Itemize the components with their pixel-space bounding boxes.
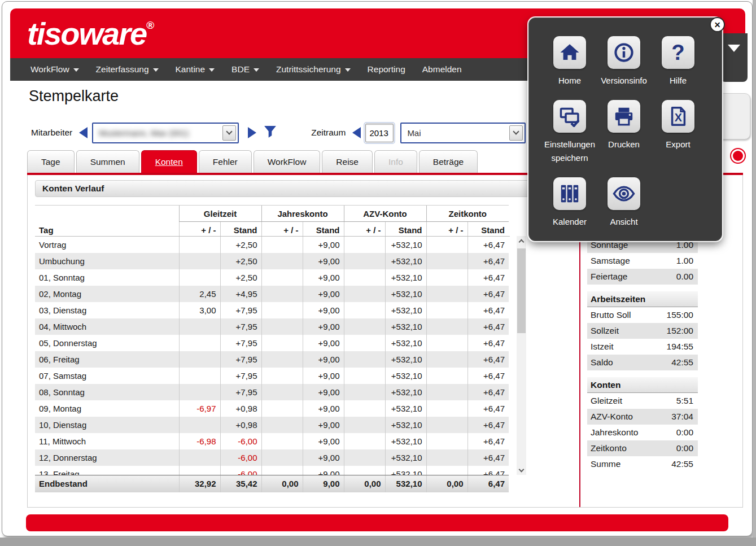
employee-select[interactable]: Mustermann, Max (001) [92,123,239,143]
nav-item-abmelden[interactable]: Abmelden [422,64,462,75]
value-cell [344,449,385,466]
value-cell [344,286,385,302]
nav-item-bde[interactable]: BDE [231,64,259,75]
month-select[interactable]: Mai [400,123,526,143]
tab-summen[interactable]: Summen [76,150,139,173]
year-input[interactable] [365,124,394,142]
scrollbar-thumb[interactable] [517,248,526,333]
value-cell [179,335,220,351]
value-cell [344,433,385,449]
popup-item-kalender[interactable]: Kalender [543,177,597,229]
section-title: Konten Verlauf [35,180,573,197]
value-cell: +6,47 [467,237,509,253]
table-footer-label: Endbestand [35,475,179,492]
day-cell: 05, Donnerstag [35,335,179,351]
scroll-up-button[interactable] [517,236,526,246]
day-cell: 01, Sonntag [35,269,179,286]
value-cell [261,237,303,253]
value-cell: +6,47 [467,351,509,368]
value-cell [179,269,220,286]
sidebar-row-summe: Summe42:55 [587,456,698,472]
popup-item-einstellungen-speichern[interactable]: Einstellungen speichern [543,100,597,165]
table-row: 07, Samstag+7,95+9,00+532,10+6,47 [35,368,509,384]
tab-workflow[interactable]: WorkFlow [254,150,321,173]
value-cell [426,433,467,449]
calendar-icon [553,177,586,210]
table-row: 03, Dienstag3,00+7,95+9,00+532,10+6,47 [35,302,509,318]
tab-konten[interactable]: Konten [141,150,197,173]
nav-item-label: Abmelden [422,64,462,75]
close-button[interactable]: ✕ [710,17,725,32]
footer-value-cell: 0,00 [261,475,303,492]
value-cell: +6,47 [467,269,509,286]
popup-item-home[interactable]: Home [543,36,597,88]
sidebar-row-label: Jahreskonto [591,427,638,438]
footer-bar [26,514,728,531]
value-cell: +6,47 [467,449,509,466]
value-cell: -6,97 [179,400,220,417]
month-select-dropdown-button[interactable] [509,125,523,141]
popup-row: HomeVersionsinfo?Hilfe [543,36,722,88]
sidebar-row-value: 42:55 [671,357,693,368]
popup-item-drucken[interactable]: Drucken [597,100,651,165]
value-cell [179,237,220,253]
value-cell [426,466,467,475]
record-dot [733,151,743,161]
nav-item-workflow[interactable]: WorkFlow [30,64,79,75]
value-cell: +532,10 [385,269,426,286]
value-cell: +6,47 [467,286,509,302]
period-prev-button[interactable] [352,127,361,138]
tab-fehler[interactable]: Fehler [199,150,252,173]
value-cell: 2,45 [179,286,220,302]
employee-prev-button[interactable] [79,127,88,138]
table-row: 08, Sonntag+7,95+9,00+532,10+6,47 [35,384,509,400]
value-cell [261,433,303,449]
day-cell: 07, Samstag [35,368,179,384]
sidebar-row-label: Zeitkonto [591,443,627,453]
value-cell: -6,00 [220,449,261,466]
tab-betr-ge[interactable]: Beträge [419,150,478,173]
scroll-down-button[interactable] [517,465,526,475]
employee-select-dropdown-button[interactable] [222,125,236,141]
popup-item-label: Ansicht [591,215,657,229]
table-scrollbar[interactable] [517,236,526,475]
value-cell: +532,10 [385,335,426,351]
sidebar-row-istzeit: Istzeit194:55 [587,339,698,355]
table-row: Vortrag+2,50+9,00+532,10+6,47 [35,237,509,253]
user-menu-button[interactable] [720,33,748,82]
tab-reise[interactable]: Reise [322,150,373,173]
nav-item-zeiterfassung[interactable]: Zeiterfassung [96,64,159,75]
chevron-down-icon [345,68,351,72]
value-cell: +7,95 [220,302,261,318]
sidebar-section-konten: Konten [587,377,698,393]
value-cell [426,400,467,417]
value-cell: +7,95 [220,318,261,335]
footer-value-cell: 0,00 [426,475,467,492]
popup-item-ansicht[interactable]: Ansicht [597,177,651,229]
value-cell: +7,95 [220,368,261,384]
nav-item-kantine[interactable]: Kantine [176,64,215,75]
save-settings-icon [553,100,586,133]
value-cell [426,368,467,384]
nav-item-zutrittssicherung[interactable]: Zutrittssicherung [276,64,351,75]
employee-next-button[interactable] [248,127,256,138]
value-cell [426,286,467,302]
logo-text: tisoware [27,16,146,51]
popup-item-versionsinfo[interactable]: Versionsinfo [597,36,651,88]
nav-item-reporting[interactable]: Reporting [368,64,405,75]
tab-tage[interactable]: Tage [27,150,75,173]
sidebar-row-azv-konto: AZV-Konto37:04 [587,409,698,425]
sidebar-row-value: 1.00 [676,240,693,250]
table-row: 04, Mittwoch+7,95+9,00+532,10+6,47 [35,318,509,335]
value-cell: +6,47 [467,335,509,351]
value-cell [426,318,467,335]
popup-item-hilfe[interactable]: ?Hilfe [651,36,705,88]
value-cell: +532,10 [385,417,426,433]
registered-mark: ® [146,19,154,31]
period-label: Zeitraum [311,128,346,138]
filter-icon[interactable] [263,125,277,141]
popup-item-export[interactable]: XExport [651,100,705,165]
value-cell [261,466,303,475]
sidebar-row-samstage: Samstage1.00 [587,253,698,269]
value-cell: +9,00 [303,368,344,384]
